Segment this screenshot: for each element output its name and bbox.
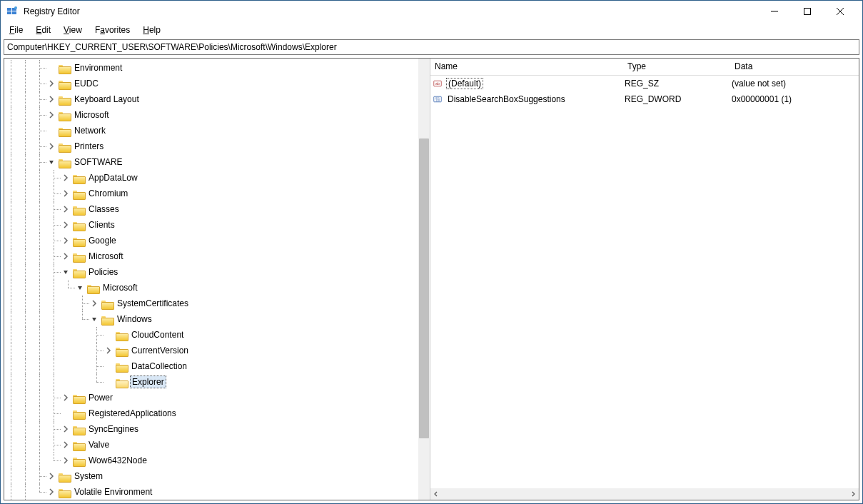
tree-item[interactable]: Google (4, 233, 418, 248)
header-name[interactable]: Name (430, 59, 623, 75)
folder-icon (59, 126, 70, 136)
tree-item[interactable]: Volatile Environment (4, 484, 418, 500)
chevron-right-icon[interactable] (60, 235, 71, 246)
tree-scrollbar[interactable] (418, 59, 430, 500)
svg-rect-0 (7, 8, 11, 11)
tree-item[interactable]: Explorer (4, 374, 418, 390)
chevron-right-icon[interactable] (103, 345, 114, 356)
header-data[interactable]: Data (730, 59, 859, 75)
folder-icon (59, 488, 70, 497)
tree-item[interactable]: Microsoft (4, 248, 418, 264)
tree-item[interactable]: SyncEngines (4, 421, 418, 437)
list-row[interactable]: ab(Default)REG_SZ(value not set) (430, 76, 859, 91)
value-data: 0x00000001 (1) (732, 94, 859, 104)
scroll-right-icon[interactable] (847, 488, 859, 500)
tree-item-label: CloudContent (130, 329, 185, 341)
chevron-right-icon[interactable] (60, 251, 71, 262)
tree-item[interactable]: Microsoft (4, 107, 418, 123)
chevron-right-icon[interactable] (60, 392, 71, 403)
tree-item[interactable]: Microsoft (4, 280, 418, 296)
minimize-button[interactable] (758, 1, 791, 22)
value-name: (Default) (446, 78, 483, 89)
folder-icon (101, 315, 113, 324)
tree-item[interactable]: Classes (4, 201, 418, 217)
reg-sz-icon: ab (432, 78, 443, 89)
chevron-right-icon[interactable] (60, 439, 71, 450)
chevron-down-icon[interactable] (60, 266, 71, 278)
tree-item[interactable]: AppDataLow (4, 170, 418, 186)
close-button[interactable] (824, 1, 857, 22)
tree-item-label: Printers (73, 141, 105, 152)
tree-item[interactable]: EUDC (4, 76, 418, 91)
chevron-right-icon[interactable] (60, 219, 71, 231)
tree-item[interactable]: Keyboard Layout (4, 91, 418, 107)
tree-item[interactable]: CloudContent (4, 327, 418, 343)
tree-view[interactable]: EnvironmentEUDCKeyboard LayoutMicrosoftN… (4, 59, 418, 500)
folder-icon (59, 142, 70, 151)
folder-icon (116, 362, 127, 371)
folder-icon (59, 472, 70, 481)
address-bar[interactable]: Computer\HKEY_CURRENT_USER\SOFTWARE\Poli… (4, 39, 859, 55)
chevron-right-icon[interactable] (60, 455, 71, 466)
tree-item[interactable]: Chromium (4, 186, 418, 201)
tree-item-label: SOFTWARE (73, 156, 124, 168)
chevron-right-icon[interactable] (46, 78, 57, 89)
value-type: REG_DWORD (625, 94, 732, 104)
tree-item-label: Policies (87, 266, 119, 278)
tree-item[interactable]: Clients (4, 217, 418, 233)
tree-item-label: SyncEngines (87, 423, 140, 435)
tree-item[interactable]: CurrentVersion (4, 343, 418, 358)
tree-item[interactable]: SOFTWARE (4, 154, 418, 170)
scrollbar-thumb[interactable] (419, 138, 429, 438)
chevron-right-icon[interactable] (89, 298, 100, 309)
chevron-down-icon[interactable] (74, 282, 86, 293)
tree-item-label: Network (73, 125, 107, 136)
tree-item[interactable]: Windows (4, 311, 418, 327)
menu-favorites[interactable]: Favorites (89, 24, 136, 36)
maximize-button[interactable] (791, 1, 824, 22)
tree-item[interactable]: Power (4, 390, 418, 405)
scroll-left-icon[interactable] (430, 488, 442, 500)
chevron-down-icon[interactable] (89, 313, 100, 325)
list-hscrollbar[interactable] (430, 488, 859, 500)
tree-item[interactable]: Valve (4, 437, 418, 453)
titlebar: Registry Editor (1, 1, 862, 22)
list-row[interactable]: 011110DisableSearchBoxSuggestionsREG_DWO… (430, 91, 859, 107)
folder-icon (59, 95, 70, 104)
tree-item[interactable]: System (4, 468, 418, 484)
content-area: EnvironmentEUDCKeyboard LayoutMicrosoftN… (4, 58, 859, 500)
chevron-down-icon[interactable] (46, 156, 57, 168)
chevron-right-icon[interactable] (46, 486, 57, 498)
tree-item-label: Microsoft (101, 282, 139, 293)
chevron-right-icon[interactable] (46, 470, 57, 482)
chevron-right-icon[interactable] (46, 141, 57, 152)
address-text: Computer\HKEY_CURRENT_USER\SOFTWARE\Poli… (7, 42, 337, 52)
tree-item[interactable]: Wow6432Node (4, 453, 418, 468)
menu-edit[interactable]: Edit (30, 24, 56, 36)
folder-icon (73, 221, 84, 230)
tree-item[interactable]: Printers (4, 138, 418, 154)
menu-file[interactable]: File (4, 24, 29, 36)
chevron-right-icon[interactable] (46, 94, 57, 105)
menu-view[interactable]: View (58, 24, 88, 36)
tree-item-label: System (73, 470, 104, 482)
tree-item[interactable]: Policies (4, 264, 418, 280)
header-type[interactable]: Type (623, 59, 730, 75)
tree-item[interactable]: DataCollection (4, 358, 418, 374)
chevron-right-icon[interactable] (46, 109, 57, 121)
reg-dw-icon: 011110 (432, 94, 443, 105)
value-name: DisableSearchBoxSuggestions (446, 94, 567, 104)
list-header[interactable]: Name Type Data (430, 59, 859, 76)
tree-item[interactable]: Network (4, 123, 418, 138)
chevron-right-icon[interactable] (60, 172, 71, 183)
chevron-right-icon[interactable] (60, 423, 71, 435)
folder-icon (73, 440, 84, 450)
chevron-right-icon[interactable] (60, 203, 71, 215)
tree-item[interactable]: RegisteredApplications (4, 405, 418, 421)
tree-item-label: Clients (87, 219, 116, 231)
menu-help[interactable]: Help (137, 24, 166, 36)
tree-pane: EnvironmentEUDCKeyboard LayoutMicrosoftN… (4, 59, 430, 500)
tree-item[interactable]: Environment (4, 60, 418, 76)
chevron-right-icon[interactable] (60, 188, 71, 199)
tree-item[interactable]: SystemCertificates (4, 296, 418, 311)
